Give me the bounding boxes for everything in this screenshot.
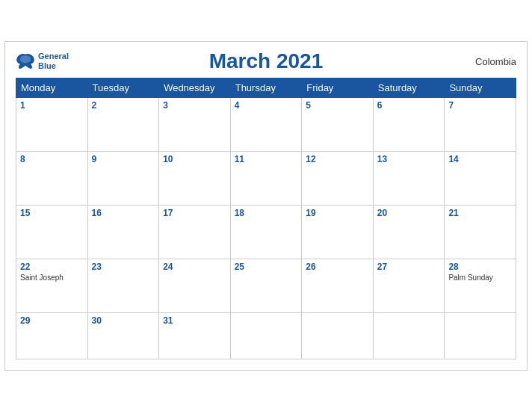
day-number: 19	[306, 208, 369, 218]
day-number: 22	[20, 262, 84, 272]
calendar-day-cell: 26	[302, 259, 374, 312]
calendar-day-cell: 31	[159, 312, 231, 359]
calendar-day-cell: 15	[16, 205, 88, 259]
calendar-day-cell: 22Saint Joseph	[16, 259, 88, 312]
calendar-day-cell: 6	[373, 97, 445, 151]
day-number: 26	[306, 262, 369, 272]
calendar-week-row: 22Saint Joseph232425262728Palm Sunday	[16, 259, 516, 312]
calendar-day-cell: 21	[445, 205, 516, 259]
day-number: 24	[163, 262, 226, 272]
day-number: 12	[306, 154, 369, 164]
calendar-day-cell	[445, 312, 516, 359]
logo-text: General Blue	[38, 51, 69, 70]
calendar-day-cell: 16	[87, 205, 159, 259]
logo-bird-icon	[16, 53, 35, 69]
calendar-day-cell: 5	[302, 97, 374, 151]
calendar-day-cell: 23	[87, 259, 159, 312]
day-number: 28	[448, 262, 512, 272]
calendar-day-cell: 9	[87, 151, 159, 205]
day-number: 21	[448, 208, 512, 218]
header-saturday: Saturday	[373, 78, 445, 97]
day-number: 25	[235, 262, 298, 272]
day-number: 2	[92, 100, 155, 111]
calendar-container: General Blue March 2021 Colombia Monday …	[4, 41, 528, 371]
day-number: 13	[377, 154, 441, 164]
calendar-table: Monday Tuesday Wednesday Thursday Friday…	[16, 78, 516, 359]
calendar-day-cell: 8	[16, 151, 88, 205]
calendar-title: March 2021	[209, 49, 324, 73]
day-number: 31	[163, 315, 226, 326]
day-number: 6	[377, 100, 441, 111]
header-sunday: Sunday	[445, 78, 516, 97]
calendar-day-cell: 2	[87, 97, 159, 151]
day-number: 23	[92, 262, 155, 272]
calendar-day-cell: 4	[230, 97, 302, 151]
calendar-day-cell: 3	[159, 97, 231, 151]
calendar-day-cell: 24	[159, 259, 231, 312]
day-number: 7	[448, 100, 512, 111]
day-number: 5	[306, 100, 369, 111]
day-number: 20	[377, 208, 441, 218]
day-number: 16	[92, 208, 155, 218]
logo-area: General Blue	[16, 51, 69, 70]
day-number: 17	[163, 208, 226, 218]
header-thursday: Thursday	[230, 78, 302, 97]
calendar-day-cell: 1	[16, 97, 88, 151]
calendar-day-cell: 14	[445, 151, 516, 205]
calendar-week-row: 891011121314	[16, 151, 516, 205]
day-number: 30	[92, 315, 155, 326]
calendar-day-cell: 29	[16, 312, 88, 359]
calendar-day-cell: 11	[230, 151, 302, 205]
calendar-day-cell: 25	[230, 259, 302, 312]
day-event: Saint Joseph	[20, 274, 84, 282]
day-number: 4	[235, 100, 298, 111]
calendar-day-cell	[302, 312, 374, 359]
header-tuesday: Tuesday	[87, 78, 159, 97]
day-number: 14	[448, 154, 512, 164]
calendar-day-cell: 28Palm Sunday	[445, 259, 516, 312]
day-number: 27	[377, 262, 441, 272]
calendar-day-cell: 10	[159, 151, 231, 205]
calendar-day-cell: 12	[302, 151, 374, 205]
day-number: 18	[235, 208, 298, 218]
calendar-day-cell: 19	[302, 205, 374, 259]
calendar-week-row: 15161718192021	[16, 205, 516, 259]
calendar-header: General Blue March 2021 Colombia	[16, 49, 516, 73]
calendar-day-cell: 30	[87, 312, 159, 359]
calendar-week-row: 293031	[16, 312, 516, 359]
country-label: Colombia	[475, 55, 516, 67]
header-friday: Friday	[302, 78, 374, 97]
day-event: Palm Sunday	[448, 274, 512, 282]
weekday-header-row: Monday Tuesday Wednesday Thursday Friday…	[16, 78, 516, 97]
day-number: 1	[20, 100, 84, 111]
calendar-day-cell	[230, 312, 302, 359]
day-number: 8	[20, 154, 84, 164]
calendar-day-cell	[373, 312, 445, 359]
day-number: 9	[92, 154, 155, 164]
calendar-day-cell: 20	[373, 205, 445, 259]
header-wednesday: Wednesday	[159, 78, 231, 97]
day-number: 3	[163, 100, 226, 111]
day-number: 11	[235, 154, 298, 164]
calendar-day-cell: 13	[373, 151, 445, 205]
calendar-day-cell: 27	[373, 259, 445, 312]
calendar-day-cell: 17	[159, 205, 231, 259]
day-number: 10	[163, 154, 226, 164]
calendar-day-cell: 18	[230, 205, 302, 259]
day-number: 29	[20, 315, 84, 326]
header-monday: Monday	[16, 78, 88, 97]
calendar-week-row: 1234567	[16, 97, 516, 151]
day-number: 15	[20, 208, 84, 218]
calendar-day-cell: 7	[445, 97, 516, 151]
